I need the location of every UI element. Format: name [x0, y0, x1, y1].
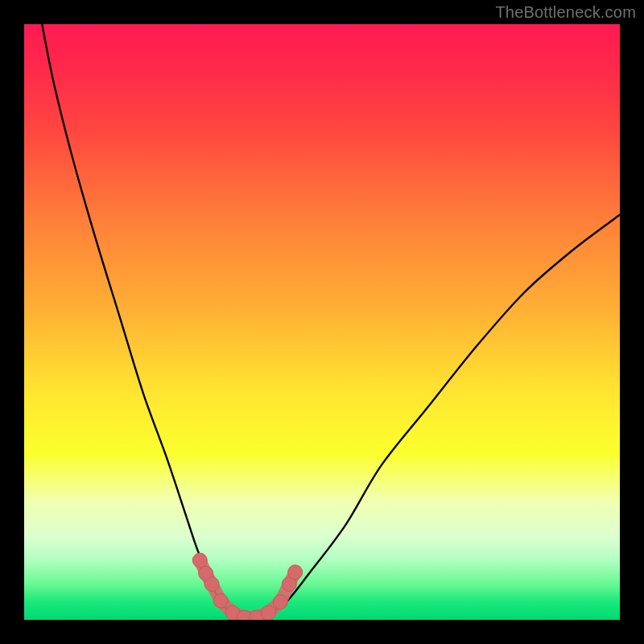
marker-dot: [213, 593, 228, 608]
watermark-text: TheBottleneck.com: [495, 3, 636, 22]
marker-dot: [288, 565, 303, 580]
bottom-marker-cluster: [192, 553, 302, 620]
marker-dot: [261, 605, 275, 620]
marker-dot: [273, 595, 287, 609]
marker-dot: [192, 553, 207, 568]
marker-dot: [204, 577, 219, 592]
bottleneck-curve-svg: [24, 24, 620, 620]
plot-area: [24, 24, 620, 620]
bottleneck-curve-path: [42, 24, 620, 620]
chart-frame: TheBottleneck.com: [0, 0, 644, 644]
